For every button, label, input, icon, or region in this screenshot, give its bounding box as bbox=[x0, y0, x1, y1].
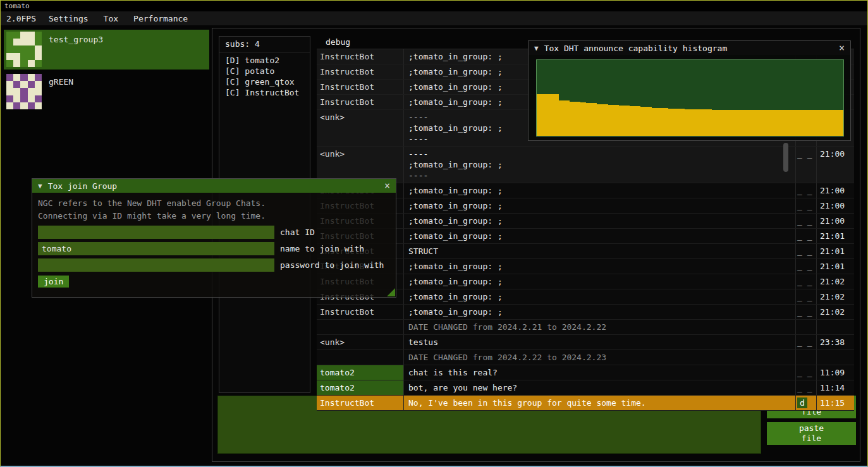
join-group-title: Tox join Group bbox=[48, 181, 118, 191]
histogram-bar bbox=[728, 110, 734, 136]
member-item[interactable]: [C] potato bbox=[219, 66, 310, 76]
message-flags[interactable]: _ _ bbox=[795, 147, 816, 183]
histogram-bar bbox=[608, 105, 614, 136]
dht-histogram-plot[interactable] bbox=[536, 59, 844, 136]
message-flags[interactable]: _ _ bbox=[795, 274, 816, 289]
group-name: test_group3 bbox=[49, 35, 103, 44]
message-time: 21:02 bbox=[816, 289, 854, 304]
histogram-bar bbox=[559, 100, 565, 136]
histogram-bar bbox=[679, 109, 685, 136]
menu-bar: 2.0FPS Settings Tox Performance bbox=[1, 11, 867, 26]
avatar-pixel bbox=[6, 60, 13, 67]
chat-id-input[interactable] bbox=[38, 226, 274, 239]
chat-message-row: tomato2chat is this real?_ _11:09 bbox=[317, 365, 854, 380]
histogram-bar bbox=[695, 109, 701, 136]
histogram-bar bbox=[788, 110, 794, 136]
message-text: No, I've been in this group for quite so… bbox=[403, 396, 795, 410]
message-flags[interactable]: _ _ bbox=[795, 305, 816, 319]
message-flags[interactable]: _ _ bbox=[795, 289, 816, 304]
message-text: ;tomato_in_group: ; bbox=[403, 305, 795, 319]
message-text: DATE CHANGED from 2024.2.22 to 2024.2.23 bbox=[403, 350, 795, 365]
message-text: ;tomato_in_group: ; bbox=[403, 274, 795, 289]
avatar-pixel bbox=[13, 45, 20, 52]
tab-debug[interactable]: debug bbox=[317, 36, 359, 48]
avatar-pixel bbox=[20, 45, 27, 52]
histogram-bar bbox=[537, 94, 542, 136]
histogram-bar bbox=[547, 94, 553, 136]
avatar-pixel bbox=[13, 88, 20, 95]
collapse-icon[interactable]: ▼ bbox=[38, 182, 42, 190]
message-time: 21:01 bbox=[816, 229, 854, 243]
histogram-bar bbox=[794, 110, 800, 136]
join-info-line: Connecting via ID might take a very long… bbox=[38, 210, 390, 222]
member-item[interactable]: [D] tomato2 bbox=[219, 55, 310, 66]
histogram-bar bbox=[772, 110, 778, 136]
message-flags[interactable]: _ _ bbox=[795, 229, 816, 243]
sender-name: <unk> bbox=[317, 335, 403, 349]
message-time: 11:14 bbox=[816, 380, 854, 395]
histogram-bar bbox=[586, 103, 592, 136]
avatar-pixel bbox=[13, 95, 20, 102]
avatar-pixel bbox=[13, 60, 20, 67]
member-item[interactable]: [C] green_qtox bbox=[219, 76, 310, 87]
menu-tox[interactable]: Tox bbox=[96, 11, 126, 25]
chat-message-row: InstructBot;tomato_in_group: ;_ _21:01 bbox=[317, 259, 854, 274]
histogram-bar bbox=[706, 109, 712, 136]
group-item-gREEN[interactable]: gREEN bbox=[4, 72, 209, 112]
message-flags[interactable]: _ _ bbox=[795, 244, 816, 258]
histogram-bar bbox=[570, 102, 575, 136]
message-flags[interactable]: _ _ bbox=[795, 198, 816, 213]
message-text: ;tomato_in_group: ; bbox=[403, 214, 795, 228]
message-flags[interactable]: _ _ bbox=[795, 214, 816, 228]
message-time: 21:00 bbox=[816, 198, 854, 213]
message-time: 21:02 bbox=[816, 305, 854, 319]
message-flags[interactable]: _ _ bbox=[795, 335, 816, 349]
menu-settings[interactable]: Settings bbox=[41, 11, 96, 25]
message-text: ---- ;tomato_in_group: ; ---- bbox=[403, 147, 795, 183]
close-icon[interactable]: × bbox=[839, 44, 845, 53]
group-list: test_group3gREEN bbox=[4, 30, 209, 112]
join-field-row: name to join with bbox=[38, 242, 390, 255]
avatar-pixel bbox=[6, 45, 13, 52]
histogram-bar bbox=[652, 108, 657, 136]
chat-scrollbar[interactable] bbox=[783, 143, 788, 172]
avatar-pixel bbox=[35, 95, 42, 102]
message-text: ;tomato_in_group: ; bbox=[403, 289, 795, 304]
avatar-pixel bbox=[20, 60, 27, 67]
histogram-bar bbox=[739, 110, 745, 136]
histogram-bar bbox=[625, 106, 630, 136]
avatar-pixel bbox=[20, 32, 27, 39]
join-group-body: NGC refers to the New DHT enabled Group … bbox=[32, 193, 396, 292]
message-flags[interactable]: d bbox=[795, 396, 816, 410]
histogram-bar bbox=[646, 107, 652, 136]
collapse-icon[interactable]: ▼ bbox=[534, 44, 539, 52]
message-flags[interactable]: _ _ bbox=[795, 183, 816, 198]
join-button[interactable]: join bbox=[38, 276, 69, 288]
message-text: ;tomato_in_group: ; bbox=[403, 259, 795, 274]
avatar-pixel bbox=[35, 74, 42, 81]
avatar-pixel bbox=[35, 102, 42, 109]
menu-performance[interactable]: Performance bbox=[126, 11, 195, 25]
member-item[interactable]: [C] InstructBot bbox=[219, 87, 310, 98]
avatar-pixel bbox=[28, 88, 35, 95]
avatar-pixel bbox=[20, 95, 27, 102]
message-flags[interactable]: _ _ bbox=[795, 259, 816, 274]
histogram-bar bbox=[613, 105, 619, 136]
paste-file-button[interactable]: paste file bbox=[767, 422, 856, 445]
message-time: 11:09 bbox=[816, 365, 854, 380]
join-password-input[interactable] bbox=[38, 258, 274, 272]
histogram-bar bbox=[778, 110, 783, 136]
histogram-bar bbox=[821, 110, 827, 136]
avatar-pixel bbox=[35, 53, 42, 60]
histogram-bar bbox=[767, 110, 773, 136]
group-item-test_group3[interactable]: test_group3 bbox=[4, 30, 209, 70]
message-flags[interactable]: _ _ bbox=[795, 365, 816, 380]
message-flags[interactable]: _ _ bbox=[795, 380, 816, 395]
avatar-pixel bbox=[28, 74, 35, 81]
join-name-input[interactable] bbox=[38, 242, 274, 255]
chat-message-row: InstructBot;tomato_in_group: ;_ _21:02 bbox=[317, 274, 854, 289]
message-flags bbox=[795, 350, 816, 365]
sender-name: InstructBot bbox=[317, 95, 403, 109]
close-icon[interactable]: × bbox=[384, 181, 390, 191]
resize-grip-icon[interactable] bbox=[387, 288, 395, 296]
